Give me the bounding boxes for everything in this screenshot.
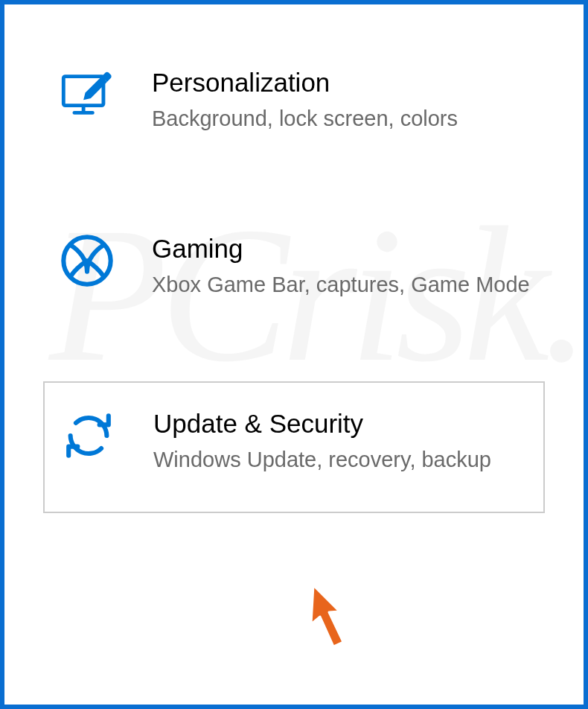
settings-item-description: Background, lock screen, colors [152,104,530,133]
instruction-cursor-icon [302,579,369,653]
settings-item-title: Gaming [152,233,530,264]
settings-item-title: Personalization [152,67,530,98]
settings-item-text: Personalization Background, lock screen,… [152,66,530,133]
gaming-icon [58,232,116,290]
settings-item-text: Gaming Xbox Game Bar, captures, Game Mod… [152,232,530,299]
settings-item-personalization[interactable]: Personalization Background, lock screen,… [43,49,545,150]
settings-panel: PCrisk.com Personalization Background, l… [0,0,588,709]
settings-item-text: Update & Security Windows Update, recove… [153,407,528,474]
personalization-icon [58,66,116,124]
settings-item-description: Windows Update, recovery, backup [153,445,528,474]
settings-item-title: Update & Security [153,408,528,439]
settings-item-gaming[interactable]: Gaming Xbox Game Bar, captures, Game Mod… [43,215,545,316]
settings-item-description: Xbox Game Bar, captures, Game Mode [152,270,530,299]
settings-categories: Personalization Background, lock screen,… [4,4,584,543]
settings-item-update-security[interactable]: Update & Security Windows Update, recove… [43,381,545,513]
update-security-icon [60,407,118,465]
